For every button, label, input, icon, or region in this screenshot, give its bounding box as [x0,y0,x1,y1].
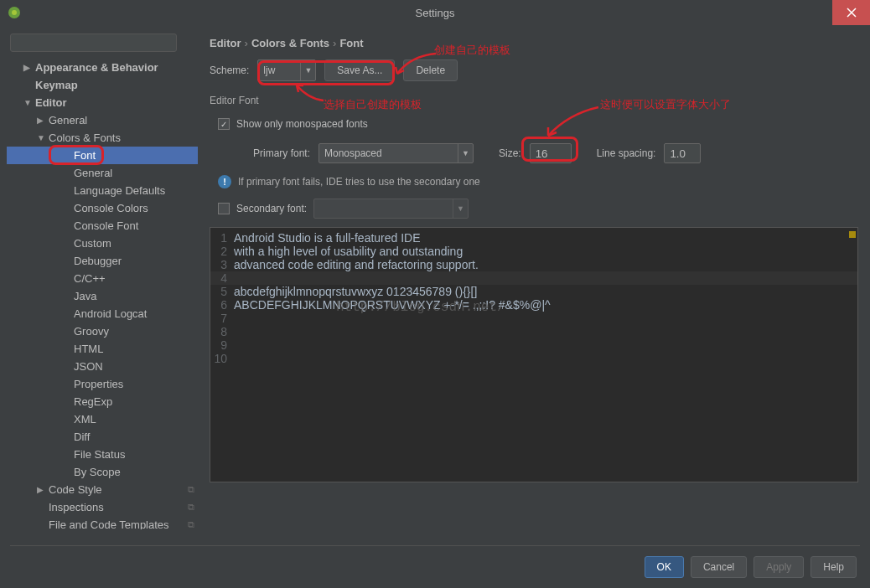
tree-item-by-scope[interactable]: By Scope [7,463,198,481]
show-mono-checkbox[interactable]: ✓ [218,118,230,130]
show-mono-label: Show only monospaced fonts [236,118,368,130]
divider [10,545,860,546]
warning-stripe [849,231,856,238]
copy-icon: ⧉ [188,519,194,529]
cancel-button[interactable]: Cancel [691,556,747,578]
chevron-down-icon: ▼ [458,144,473,162]
tree-item-general[interactable]: ▶General [7,111,198,129]
secondary-font-label: Secondary font: [236,203,307,214]
help-button[interactable]: Help [810,556,857,578]
tree-item-java[interactable]: Java [7,287,198,305]
breadcrumb: Editor›Colors & Fonts›Font [210,32,858,59]
app-icon [7,5,22,20]
search-input[interactable] [10,34,177,52]
tree-item-regexp[interactable]: RegExp [7,393,198,410]
chevron-down-icon: ▼ [300,60,315,80]
scheme-select[interactable]: ljw ▼ [257,59,316,81]
tree-item-xml[interactable]: XML [7,410,198,428]
title-bar: Settings [0,0,870,25]
primary-font-label: Primary font: [218,147,310,159]
scheme-label: Scheme: [210,64,249,76]
line-spacing-input[interactable] [664,143,701,163]
tree-item-file-and-code-templates[interactable]: File and Code Templates⧉ [7,516,198,529]
preview-line: 4 [210,271,857,285]
font-preview: http://blog.csdn.net/ 1Android Studio is… [210,227,858,482]
tree-item-language-defaults[interactable]: Language Defaults [7,182,198,199]
tree-item-html[interactable]: HTML [7,340,198,358]
ok-button[interactable]: OK [645,556,684,578]
tree-item-font[interactable]: Font [7,147,198,164]
settings-tree[interactable]: ▶Appearance & Behavior Keymap▼Editor▶Gen… [7,59,198,529]
svg-point-1 [12,10,17,15]
delete-button[interactable]: Delete [403,59,458,81]
tree-item-keymap[interactable]: Keymap [7,76,198,94]
preview-line: 10 [210,352,857,365]
tree-item-code-style[interactable]: ▶Code Style⧉ [7,481,198,498]
sidebar: ▶Appearance & Behavior Keymap▼Editor▶Gen… [7,32,198,529]
preview-line: 5abcdefghijklmnopqrstuvwxyz 0123456789 (… [210,285,857,298]
tree-item-debugger[interactable]: Debugger [7,252,198,270]
tree-item-editor[interactable]: ▼Editor [7,94,198,111]
secondary-font-select[interactable]: ▼ [313,199,469,219]
copy-icon: ⧉ [188,484,194,495]
preview-line: 2with a high level of usability and outs… [210,245,857,258]
preview-line: 1Android Studio is a full-featured IDE [210,231,857,245]
tree-item-json[interactable]: JSON [7,358,198,375]
preview-line: 7 [210,312,857,325]
tree-item-properties[interactable]: Properties [7,375,198,393]
chevron-down-icon: ▼ [453,199,468,218]
tree-item-c-c-[interactable]: C/C++ [7,270,198,287]
primary-font-select[interactable]: Monospaced ▼ [318,143,474,163]
info-icon: ! [218,175,231,188]
size-label: Size: [499,147,521,159]
line-spacing-label: Line spacing: [597,147,656,159]
tree-item-console-font[interactable]: Console Font [7,217,198,235]
size-input[interactable] [530,143,572,163]
tree-item-colors-fonts[interactable]: ▼Colors & Fonts [7,129,198,147]
preview-line: 3advanced code editing and refactoring s… [210,258,857,271]
window-title: Settings [416,7,455,19]
close-button[interactable] [832,0,870,25]
tree-item-inspections[interactable]: Inspections⧉ [7,498,198,516]
copy-icon: ⧉ [188,502,194,513]
tree-item-android-logcat[interactable]: Android Logcat [7,305,198,322]
tree-item-console-colors[interactable]: Console Colors [7,199,198,217]
preview-line: 6ABCDEFGHIJKLMNOPQRSTUVWXYZ +-*/= .,;:!?… [210,298,857,312]
apply-button[interactable]: Apply [753,556,804,578]
save-as-button[interactable]: Save As... [324,59,395,81]
tree-item-diff[interactable]: Diff [7,428,198,446]
secondary-font-checkbox[interactable] [218,203,230,214]
main-panel: Editor›Colors & Fonts›Font Scheme: ljw ▼… [205,32,863,529]
info-text: If primary font fails, IDE tries to use … [238,176,480,188]
preview-line: 9 [210,338,857,352]
tree-item-custom[interactable]: Custom [7,235,198,252]
editor-font-title: Editor Font [210,95,858,106]
tree-item-groovy[interactable]: Groovy [7,322,198,340]
preview-line: 8 [210,325,857,338]
tree-item-appearance-behavior[interactable]: ▶Appearance & Behavior [7,59,198,76]
tree-item-file-status[interactable]: File Status [7,446,198,463]
tree-item-general[interactable]: General [7,164,198,182]
watermark: http://blog.csdn.net/ [336,300,505,315]
